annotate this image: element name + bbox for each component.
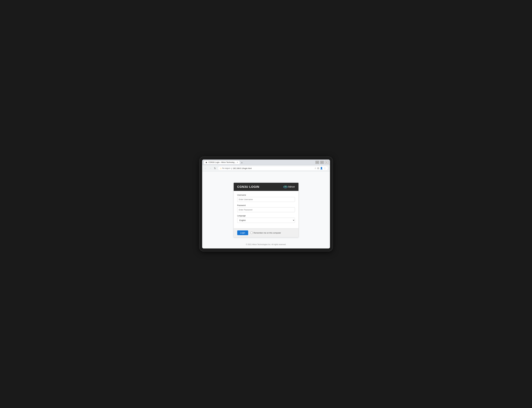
username-input[interactable] [237,197,295,202]
login-card: CGN3U LOGIN hitron Username [233,183,299,237]
browser-window: ◉ CGN3U Login - Hitron Technolog... × + … [202,160,330,248]
address-actions: ☆ ⊟ 👤 ⋮ [315,167,326,170]
language-group: Language English Español Français [237,215,295,223]
cast-button[interactable]: ⊟ [317,167,319,170]
card-header: CGN3U LOGIN hitron [234,183,299,191]
page-footer: © 2021 Hitron Technologies Inc. All righ… [202,243,330,246]
hitron-logo-icon [283,186,288,188]
password-group: Password [237,204,295,212]
hitron-logo: hitron [283,185,295,188]
reload-button[interactable]: ↻ [213,167,216,170]
language-label: Language [237,215,295,217]
address-url: 192.168.0.1/login.html [233,167,252,170]
remember-me-checkbox[interactable] [250,232,253,234]
language-select[interactable]: English Español Français [237,218,295,223]
address-bar[interactable]: ⚠ No seguro | 192.168.0.1/login.html ☆ ⊟… [218,166,328,170]
password-input[interactable] [237,207,295,212]
tab-close-button[interactable]: × [237,161,238,163]
active-tab[interactable]: ◉ CGN3U Login - Hitron Technolog... × [204,161,240,164]
footer-copyright: © 2021 Hitron Technologies Inc. All righ… [246,243,286,246]
card-footer: Login Remember me on this computer [234,228,299,237]
back-button[interactable]: ← [204,167,208,170]
maximize-button[interactable]: □ [320,161,324,164]
browser-addressbar: ← → ↻ ⚠ No seguro | 192.168.0.1/login.ht… [202,165,330,171]
forward-button[interactable]: → [209,167,212,170]
titlebar-right: ─ □ × [316,161,328,164]
username-label: Username [237,194,295,196]
profile-button[interactable]: 👤 [320,167,323,170]
new-tab-button[interactable]: + [240,162,244,164]
card-title: CGN3U LOGIN [237,185,259,188]
remember-me-label[interactable]: Remember me on this computer [250,232,281,234]
menu-button[interactable]: ⋮ [324,167,326,170]
username-group: Username [237,194,295,202]
minimize-button[interactable]: ─ [316,161,319,164]
svg-point-1 [285,187,286,187]
bookmark-button[interactable]: ☆ [315,167,316,170]
card-body: Username Password Language English Españ… [234,191,299,228]
window-close-button[interactable]: × [325,161,328,164]
password-label: Password [237,204,295,206]
browser-titlebar: ◉ CGN3U Login - Hitron Technolog... × + … [202,160,330,165]
login-button[interactable]: Login [237,230,248,235]
tab-title: CGN3U Login - Hitron Technolog... [208,161,236,163]
device-frame: ◉ CGN3U Login - Hitron Technolog... × + … [200,157,333,251]
warning-icon: ⚠ [220,167,222,170]
tab-bar: ◉ CGN3U Login - Hitron Technolog... × + [204,161,314,164]
hitron-logo-text: hitron [288,185,295,188]
tab-favicon: ◉ [206,161,208,163]
remember-me-text: Remember me on this computer [254,232,281,234]
security-warning: ⚠ No seguro [220,167,230,170]
address-separator: | [231,167,232,170]
security-label: No seguro [222,167,230,169]
browser-content: CGN3U LOGIN hitron Username [202,171,330,248]
